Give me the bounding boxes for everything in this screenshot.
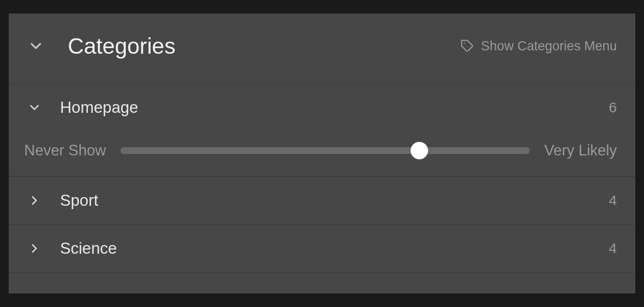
category-row-science[interactable]: Science 4	[9, 225, 635, 273]
category-label: Sport	[60, 191, 98, 210]
category-row-sport[interactable]: Sport 4	[9, 177, 635, 225]
chevron-right-icon[interactable]	[27, 241, 42, 256]
panel-title: Categories	[68, 33, 175, 59]
slider-track	[121, 147, 530, 154]
category-count: 4	[609, 192, 617, 209]
show-categories-menu-label: Show Categories Menu	[481, 39, 617, 54]
tag-icon	[460, 39, 474, 53]
category-row-homepage[interactable]: Homepage 6	[9, 84, 635, 131]
likelihood-slider[interactable]	[121, 142, 530, 159]
chevron-right-icon[interactable]	[27, 193, 42, 208]
panel-header: Categories Show Categories Menu	[9, 14, 635, 84]
likelihood-slider-row: Never Show Very Likely	[9, 131, 635, 176]
show-categories-menu-link[interactable]: Show Categories Menu	[460, 39, 617, 54]
chevron-down-icon[interactable]	[27, 37, 45, 55]
category-row-left: Sport	[27, 191, 98, 210]
categories-panel: Categories Show Categories Menu Homepage	[9, 14, 635, 293]
category-group-homepage: Homepage 6 Never Show Very Likely	[9, 84, 635, 177]
category-label: Homepage	[60, 98, 138, 117]
category-row-left: Science	[27, 239, 117, 258]
slider-left-label: Never Show	[24, 142, 106, 159]
slider-right-label: Very Likely	[544, 142, 617, 159]
chevron-down-icon[interactable]	[27, 100, 42, 115]
category-row-left: Homepage	[27, 98, 138, 117]
header-left: Categories	[27, 33, 175, 59]
slider-thumb[interactable]	[411, 142, 428, 159]
category-label: Science	[60, 239, 117, 258]
category-count: 6	[609, 99, 617, 116]
category-count: 4	[609, 240, 617, 257]
